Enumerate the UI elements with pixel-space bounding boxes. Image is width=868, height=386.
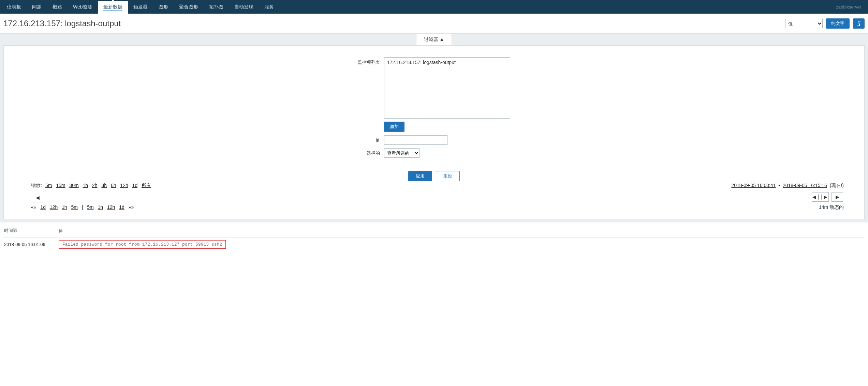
zoom-5m[interactable]: 5m	[45, 183, 52, 188]
server-name: zabbixserver	[836, 0, 868, 14]
history-table: 时间戳 值 2018-09-05 16:01:06 Failed passwor…	[3, 224, 865, 251]
range-to[interactable]: 2018-09-05 16:15:16	[783, 183, 827, 188]
rewind-left-prefix: ««	[31, 204, 38, 210]
nav-services[interactable]: 服务	[259, 0, 279, 14]
rewind-right-1d[interactable]: 1d	[119, 204, 124, 210]
rewind-separator: |	[80, 204, 84, 210]
col-value[interactable]: 值	[58, 224, 865, 237]
zoom-all[interactable]: 所有	[142, 183, 151, 188]
zoom-30m[interactable]: 30m	[69, 183, 78, 188]
title-bar: 172.16.213.157: logstash-output 值 纯文字	[0, 14, 868, 34]
nav-triggers[interactable]: 触发器	[128, 0, 153, 14]
selected-select[interactable]: 查看所选的	[384, 148, 420, 158]
nav-graph[interactable]: 图形	[153, 0, 174, 14]
reset-button[interactable]: 重设	[436, 171, 460, 181]
page-title: 172.16.213.157: logstash-output	[3, 19, 785, 28]
cell-value: Failed password for root from 172.16.213…	[58, 237, 865, 252]
rewind-left-1h[interactable]: 1h	[62, 204, 67, 210]
rewind-left-5m[interactable]: 5m	[71, 204, 78, 210]
table-row: 2018-09-05 16:01:06 Failed password for …	[3, 237, 865, 252]
timeline-prev-button[interactable]: ◀	[32, 193, 43, 202]
value-label: 值	[356, 135, 382, 145]
nav-maps[interactable]: 拓扑图	[204, 0, 229, 14]
triangle-right-icon: ▶	[836, 194, 839, 200]
zoom-label: 缩放:	[31, 183, 42, 189]
nav-webmonitor[interactable]: Web监测	[68, 0, 98, 14]
apply-button[interactable]: 应用	[408, 171, 432, 181]
nav-dashboard[interactable]: 仪表板	[1, 0, 27, 14]
dots-scroll-icon: ◀┆┆▶	[812, 194, 828, 200]
triangle-left-icon: ◀	[36, 195, 40, 200]
fullscreen-button[interactable]	[853, 18, 865, 29]
itemlist-label: 监控项列表	[356, 57, 382, 132]
zoom-12h[interactable]: 12h	[120, 183, 128, 188]
range-sep: -	[778, 183, 781, 188]
timeline-scroll-button[interactable]: ◀┆┆▶	[812, 192, 829, 202]
selected-label: 选择的	[356, 148, 382, 158]
top-nav: 仪表板 问题 概述 Web监测 最新数据 触发器 图形 聚合图形 拓扑图 自动发…	[0, 0, 868, 14]
mode-select[interactable]: 值	[785, 19, 823, 28]
rewind-right-12h[interactable]: 12h	[107, 204, 115, 210]
zoom-1h[interactable]: 1h	[83, 183, 88, 188]
zoom-1d[interactable]: 1d	[132, 183, 138, 188]
zoom-3h[interactable]: 3h	[101, 183, 107, 188]
rewind-left-12h[interactable]: 12h	[50, 204, 58, 210]
filter-area: 过滤器 ▲ 监控项列表 172.16.213.157: logstash-out…	[0, 34, 868, 222]
rewind-right-5m[interactable]: 5m	[87, 204, 93, 210]
zoom-15m[interactable]: 15m	[56, 183, 65, 188]
fullscreen-icon	[858, 21, 859, 26]
itemlist-input[interactable]: 172.16.213.157: logstash-output	[384, 57, 510, 119]
rewind-right-suffix: »»	[127, 204, 134, 210]
data-zone: 时间戳 值 2018-09-05 16:01:06 Failed passwor…	[0, 222, 868, 255]
cell-timestamp: 2018-09-05 16:01:06	[3, 237, 58, 252]
value-input[interactable]	[384, 135, 447, 145]
nav-problems[interactable]: 问题	[27, 0, 47, 14]
dynamic-label: 14m 动态的	[811, 204, 844, 211]
rewind-left-1d[interactable]: 1d	[40, 204, 46, 210]
zoom-2h[interactable]: 2h	[92, 183, 98, 188]
nav-overview[interactable]: 概述	[47, 0, 68, 14]
add-button[interactable]: 添加	[384, 122, 404, 132]
col-timestamp[interactable]: 时间戳	[3, 224, 58, 237]
filter-toggle-tab[interactable]: 过滤器 ▲	[416, 34, 452, 45]
nav-latestdata[interactable]: 最新数据	[98, 0, 128, 14]
rewind-right-1h[interactable]: 1h	[98, 204, 103, 210]
timeline-next-button[interactable]: ▶	[832, 192, 843, 202]
nav-discovery[interactable]: 自动发现	[229, 0, 259, 14]
log-value: Failed password for root from 172.16.213…	[59, 240, 226, 249]
range-from[interactable]: 2018-09-05 16:00:41	[731, 183, 776, 188]
now-note: (现在!)	[830, 183, 844, 188]
nav-screens[interactable]: 聚合图形	[174, 0, 204, 14]
zoom-6h[interactable]: 6h	[111, 183, 116, 188]
filter-panel: 监控项列表 172.16.213.157: logstash-output 添加…	[3, 45, 865, 219]
plain-text-button[interactable]: 纯文字	[826, 18, 850, 29]
zoom-options: 5m 15m 30m 1h 2h 3h 6h 12h 1d 所有	[44, 183, 152, 189]
